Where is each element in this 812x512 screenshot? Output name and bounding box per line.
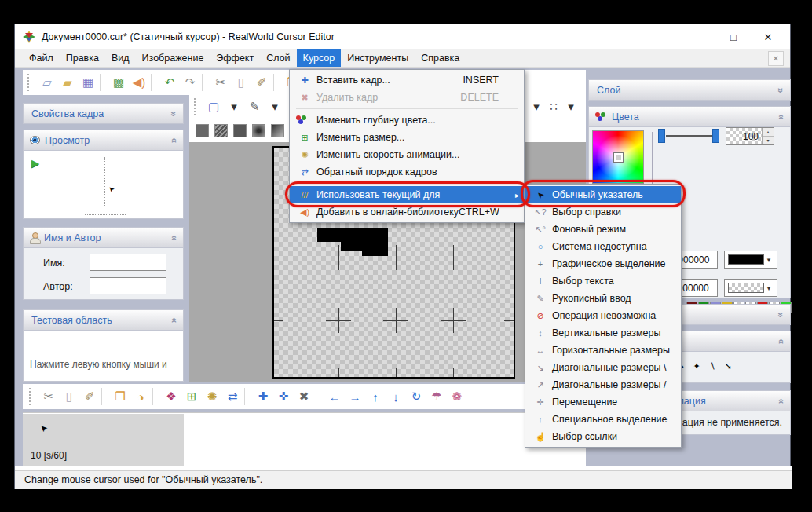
color-slider[interactable]	[658, 127, 719, 144]
menu-item-color-depth[interactable]: Изменить глубину цвета...	[290, 112, 524, 129]
select-tool-icon[interactable]: ▢	[203, 97, 224, 116]
option-dropdown-icon[interactable]: ▾	[528, 97, 545, 116]
add-frame-icon[interactable]: ✚	[253, 387, 273, 406]
duplicate-frame-icon[interactable]: ✜	[273, 387, 294, 406]
cut-icon[interactable]: ✂	[210, 73, 231, 92]
capture-icon[interactable]: ▩	[108, 73, 129, 92]
submenu-item-handwriting[interactable]: ✎ Рукописный ввод	[525, 290, 681, 307]
submenu-item-no[interactable]: ⊘ Операция невозможна	[525, 307, 681, 324]
submenu-item-horizontal-resize[interactable]: ↔ Горизонтальные размеры	[525, 342, 681, 359]
paste-icon[interactable]: ▯	[231, 73, 251, 92]
document-close-icon[interactable]: ✕	[768, 51, 784, 66]
brush-preset-radial[interactable]	[252, 124, 265, 137]
primary-color-swatch-dropdown[interactable]: ▾	[724, 251, 777, 269]
submenu-item-diagonal-resize-fwd[interactable]: ↗ Диагональные размеры /	[525, 376, 681, 393]
copy-icon[interactable]: ❐	[110, 387, 130, 406]
test-icon[interactable]: ☂	[426, 387, 447, 406]
move-up-icon[interactable]: ↑	[365, 387, 386, 406]
submenu-item-link-select[interactable]: ☝ Выбор ссылки	[525, 428, 681, 445]
cursor-thumb[interactable]: ∖	[710, 361, 715, 371]
speed-icon[interactable]: ✺	[202, 387, 222, 406]
menu-item-resize[interactable]: ⊞ Изменить размер...	[290, 129, 524, 146]
grid-tool-icon[interactable]: ∷	[545, 97, 562, 116]
move-right-icon[interactable]: →	[345, 387, 365, 406]
menu-item-reverse-order[interactable]: ⇄ Обратный порядок кадров	[290, 163, 524, 181]
rotate-icon[interactable]: ↻	[406, 387, 426, 406]
menubar-edit[interactable]: Правка	[60, 49, 105, 67]
cut-icon[interactable]: ✂	[38, 387, 59, 406]
save-icon[interactable]: ▦	[78, 73, 98, 92]
contrast-icon[interactable]: ◑	[130, 387, 151, 406]
test-area-header[interactable]: Тестовая область »	[23, 309, 184, 331]
close-button[interactable]: ✕	[751, 24, 785, 49]
name-author-header[interactable]: Имя и Автор »	[23, 227, 184, 248]
brush-preset-solid[interactable]	[196, 124, 209, 137]
spin-up-icon[interactable]: ▴	[763, 128, 774, 137]
delete-frame-icon[interactable]: ✖	[294, 387, 314, 406]
brush-preset-hatch[interactable]	[214, 124, 228, 137]
test-area-panel[interactable]: Нажмите левую кнопку мыши и	[23, 331, 184, 382]
spin-down-icon[interactable]: ▾	[763, 137, 774, 144]
submenu-item-background-mode[interactable]: ↖° Фоновый режим	[525, 221, 681, 238]
submenu-item-alt-select[interactable]: ↑ Специальное выделение	[525, 411, 681, 428]
menu-item-insert-frame[interactable]: ✚ Вставить кадр... INSERT	[290, 71, 524, 89]
paste-icon[interactable]: ▯	[59, 387, 79, 406]
value-spinner[interactable]: 100 ▴ ▾	[726, 127, 774, 145]
open-icon[interactable]: ▰	[57, 73, 78, 92]
undo-icon[interactable]: ↶	[159, 73, 180, 92]
submenu-item-diagonal-resize-back[interactable]: ↘ Диагональные размеры \	[525, 359, 681, 376]
menubar-effect[interactable]: Эффект	[210, 49, 260, 67]
layer-header[interactable]: Слой »	[588, 79, 791, 101]
pencil-dropdown-icon[interactable]: ▾	[265, 97, 285, 116]
menu-item-delete-frame[interactable]: ✖ Удалить кадр DELETE	[290, 89, 524, 106]
preview-panel[interactable]: ▶ ➤	[23, 151, 184, 219]
menubar-view[interactable]: Вид	[105, 49, 136, 67]
redo-icon[interactable]: ↷	[180, 73, 200, 92]
chevron-up-icon[interactable]: »	[169, 137, 180, 143]
reverse-icon[interactable]: ⇄	[222, 387, 243, 406]
menubar-cursor[interactable]: Курсор	[297, 49, 342, 67]
menu-item-anim-speed[interactable]: ✺ Изменить скорость анимации...	[290, 146, 524, 163]
brush-icon[interactable]: ✐	[79, 387, 100, 406]
frame-properties-header[interactable]: Свойства кадра »	[23, 103, 184, 124]
name-input[interactable]	[90, 254, 166, 271]
brush-preset-gradient[interactable]	[271, 124, 284, 137]
slider-handle[interactable]	[712, 129, 719, 143]
menubar-file[interactable]: Файл	[23, 49, 60, 67]
color-depth-icon[interactable]: ❖	[161, 387, 181, 406]
submenu-item-vertical-resize[interactable]: ↕ Вертикальные размеры	[525, 324, 681, 342]
resize-icon[interactable]: ⊞	[181, 387, 202, 406]
chevron-down-icon[interactable]: »	[169, 111, 180, 116]
brush-icon[interactable]: ✐	[251, 73, 272, 92]
chevron-up-icon[interactable]: »	[776, 338, 787, 344]
submenu-item-unavailable[interactable]: ○ Система недоступна	[525, 238, 681, 255]
brush-preset-dark[interactable]	[233, 124, 247, 137]
grid-dropdown-icon[interactable]: ▾	[562, 97, 580, 116]
cursor-thumb[interactable]: ➘	[725, 361, 732, 371]
palette-icon[interactable]: ❁	[447, 387, 467, 406]
colors-header[interactable]: Цвета »	[588, 106, 791, 127]
color-picker[interactable]	[592, 130, 644, 184]
chevron-up-icon[interactable]: »	[776, 114, 787, 119]
play-icon[interactable]: ▶	[31, 157, 39, 169]
cursor-thumb[interactable]: ✦	[693, 361, 700, 371]
new-icon[interactable]: ▱	[37, 73, 57, 92]
preview-header[interactable]: Просмотр »	[23, 130, 184, 151]
submenu-item-move[interactable]: ✛ Перемещение	[525, 393, 681, 411]
submenu-item-graphic-select[interactable]: + Графическое выделение	[525, 255, 681, 272]
menubar-help[interactable]: Справка	[415, 49, 466, 67]
chevron-down-icon[interactable]: »	[776, 87, 787, 93]
select-dropdown-icon[interactable]: ▾	[224, 97, 244, 116]
chevron-up-icon[interactable]: »	[169, 317, 180, 323]
submenu-item-text-select[interactable]: I Выбор текста	[525, 272, 681, 290]
menubar-tools[interactable]: Инструменты	[341, 49, 415, 67]
secondary-color-swatch-dropdown[interactable]: ▾	[724, 279, 777, 297]
maximize-button[interactable]: □	[716, 24, 751, 49]
color-picker-selector[interactable]	[614, 153, 623, 162]
menubar-layer[interactable]: Слой	[260, 49, 296, 67]
chevron-up-icon[interactable]: »	[776, 398, 787, 404]
chevron-up-icon[interactable]: »	[169, 235, 180, 240]
chevron-down-icon[interactable]: »	[776, 312, 787, 317]
publish-icon[interactable]: ◀)	[129, 73, 149, 92]
menubar-image[interactable]: Изображение	[136, 49, 210, 67]
